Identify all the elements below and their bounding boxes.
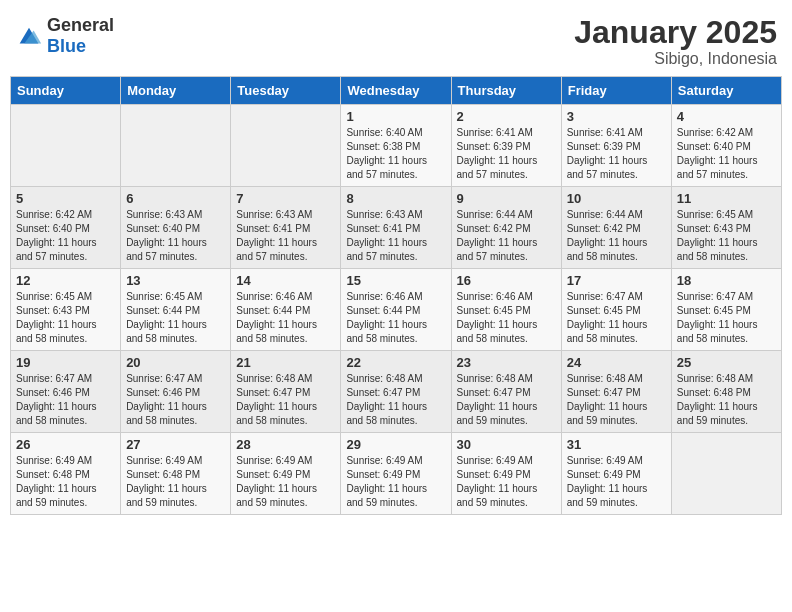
calendar-cell: 19Sunrise: 6:47 AMSunset: 6:46 PMDayligh… [11,351,121,433]
day-number: 2 [457,109,556,124]
logo-blue-text: Blue [47,36,114,57]
calendar-cell: 13Sunrise: 6:45 AMSunset: 6:44 PMDayligh… [121,269,231,351]
calendar-cell: 28Sunrise: 6:49 AMSunset: 6:49 PMDayligh… [231,433,341,515]
day-number: 30 [457,437,556,452]
day-number: 6 [126,191,225,206]
day-info: Sunrise: 6:44 AMSunset: 6:42 PMDaylight:… [457,209,538,262]
day-info: Sunrise: 6:49 AMSunset: 6:49 PMDaylight:… [457,455,538,508]
calendar-cell [121,105,231,187]
calendar-cell: 12Sunrise: 6:45 AMSunset: 6:43 PMDayligh… [11,269,121,351]
calendar-cell: 1Sunrise: 6:40 AMSunset: 6:38 PMDaylight… [341,105,451,187]
logo-text: General Blue [47,15,114,57]
day-info: Sunrise: 6:43 AMSunset: 6:41 PMDaylight:… [236,209,317,262]
day-info: Sunrise: 6:45 AMSunset: 6:43 PMDaylight:… [16,291,97,344]
day-info: Sunrise: 6:49 AMSunset: 6:49 PMDaylight:… [236,455,317,508]
calendar-cell: 18Sunrise: 6:47 AMSunset: 6:45 PMDayligh… [671,269,781,351]
weekday-header-sunday: Sunday [11,77,121,105]
day-info: Sunrise: 6:48 AMSunset: 6:47 PMDaylight:… [346,373,427,426]
calendar-cell: 16Sunrise: 6:46 AMSunset: 6:45 PMDayligh… [451,269,561,351]
day-number: 16 [457,273,556,288]
calendar-cell [231,105,341,187]
calendar-cell: 27Sunrise: 6:49 AMSunset: 6:48 PMDayligh… [121,433,231,515]
day-info: Sunrise: 6:41 AMSunset: 6:39 PMDaylight:… [567,127,648,180]
calendar-cell: 20Sunrise: 6:47 AMSunset: 6:46 PMDayligh… [121,351,231,433]
day-info: Sunrise: 6:44 AMSunset: 6:42 PMDaylight:… [567,209,648,262]
day-number: 3 [567,109,666,124]
day-number: 22 [346,355,445,370]
weekday-header-monday: Monday [121,77,231,105]
day-number: 4 [677,109,776,124]
day-info: Sunrise: 6:48 AMSunset: 6:48 PMDaylight:… [677,373,758,426]
weekday-header-wednesday: Wednesday [341,77,451,105]
calendar-week-row: 1Sunrise: 6:40 AMSunset: 6:38 PMDaylight… [11,105,782,187]
calendar-cell: 22Sunrise: 6:48 AMSunset: 6:47 PMDayligh… [341,351,451,433]
weekday-header-row: SundayMondayTuesdayWednesdayThursdayFrid… [11,77,782,105]
day-number: 24 [567,355,666,370]
calendar-cell: 26Sunrise: 6:49 AMSunset: 6:48 PMDayligh… [11,433,121,515]
day-number: 29 [346,437,445,452]
day-number: 13 [126,273,225,288]
day-info: Sunrise: 6:43 AMSunset: 6:41 PMDaylight:… [346,209,427,262]
day-number: 11 [677,191,776,206]
calendar-cell: 23Sunrise: 6:48 AMSunset: 6:47 PMDayligh… [451,351,561,433]
day-number: 25 [677,355,776,370]
day-number: 19 [16,355,115,370]
calendar-cell: 31Sunrise: 6:49 AMSunset: 6:49 PMDayligh… [561,433,671,515]
logo: General Blue [15,15,114,57]
day-info: Sunrise: 6:47 AMSunset: 6:45 PMDaylight:… [677,291,758,344]
logo-general-text: General [47,15,114,36]
day-info: Sunrise: 6:48 AMSunset: 6:47 PMDaylight:… [567,373,648,426]
calendar-cell [671,433,781,515]
day-number: 5 [16,191,115,206]
weekday-header-tuesday: Tuesday [231,77,341,105]
month-title: January 2025 [574,15,777,50]
day-number: 8 [346,191,445,206]
day-info: Sunrise: 6:46 AMSunset: 6:44 PMDaylight:… [236,291,317,344]
day-number: 1 [346,109,445,124]
day-info: Sunrise: 6:49 AMSunset: 6:49 PMDaylight:… [567,455,648,508]
calendar-cell: 11Sunrise: 6:45 AMSunset: 6:43 PMDayligh… [671,187,781,269]
logo-icon [15,23,43,51]
calendar-cell: 17Sunrise: 6:47 AMSunset: 6:45 PMDayligh… [561,269,671,351]
day-info: Sunrise: 6:45 AMSunset: 6:44 PMDaylight:… [126,291,207,344]
day-info: Sunrise: 6:41 AMSunset: 6:39 PMDaylight:… [457,127,538,180]
weekday-header-friday: Friday [561,77,671,105]
calendar-cell: 21Sunrise: 6:48 AMSunset: 6:47 PMDayligh… [231,351,341,433]
day-info: Sunrise: 6:42 AMSunset: 6:40 PMDaylight:… [16,209,97,262]
day-number: 14 [236,273,335,288]
calendar-cell: 24Sunrise: 6:48 AMSunset: 6:47 PMDayligh… [561,351,671,433]
day-number: 20 [126,355,225,370]
calendar-cell: 2Sunrise: 6:41 AMSunset: 6:39 PMDaylight… [451,105,561,187]
calendar-cell [11,105,121,187]
calendar-cell: 3Sunrise: 6:41 AMSunset: 6:39 PMDaylight… [561,105,671,187]
location: Sibigo, Indonesia [574,50,777,68]
calendar-week-row: 26Sunrise: 6:49 AMSunset: 6:48 PMDayligh… [11,433,782,515]
weekday-header-thursday: Thursday [451,77,561,105]
day-number: 31 [567,437,666,452]
calendar-week-row: 5Sunrise: 6:42 AMSunset: 6:40 PMDaylight… [11,187,782,269]
calendar-cell: 9Sunrise: 6:44 AMSunset: 6:42 PMDaylight… [451,187,561,269]
day-info: Sunrise: 6:46 AMSunset: 6:44 PMDaylight:… [346,291,427,344]
day-number: 23 [457,355,556,370]
title-section: January 2025 Sibigo, Indonesia [574,15,777,68]
calendar-cell: 14Sunrise: 6:46 AMSunset: 6:44 PMDayligh… [231,269,341,351]
day-number: 17 [567,273,666,288]
day-info: Sunrise: 6:40 AMSunset: 6:38 PMDaylight:… [346,127,427,180]
day-info: Sunrise: 6:47 AMSunset: 6:46 PMDaylight:… [126,373,207,426]
day-number: 10 [567,191,666,206]
day-number: 7 [236,191,335,206]
calendar-cell: 5Sunrise: 6:42 AMSunset: 6:40 PMDaylight… [11,187,121,269]
day-info: Sunrise: 6:48 AMSunset: 6:47 PMDaylight:… [457,373,538,426]
calendar-cell: 25Sunrise: 6:48 AMSunset: 6:48 PMDayligh… [671,351,781,433]
day-number: 28 [236,437,335,452]
day-info: Sunrise: 6:43 AMSunset: 6:40 PMDaylight:… [126,209,207,262]
day-number: 15 [346,273,445,288]
day-info: Sunrise: 6:46 AMSunset: 6:45 PMDaylight:… [457,291,538,344]
day-number: 21 [236,355,335,370]
page-header: General Blue January 2025 Sibigo, Indone… [10,10,782,68]
day-info: Sunrise: 6:49 AMSunset: 6:48 PMDaylight:… [16,455,97,508]
calendar-week-row: 12Sunrise: 6:45 AMSunset: 6:43 PMDayligh… [11,269,782,351]
day-number: 18 [677,273,776,288]
day-info: Sunrise: 6:45 AMSunset: 6:43 PMDaylight:… [677,209,758,262]
day-info: Sunrise: 6:42 AMSunset: 6:40 PMDaylight:… [677,127,758,180]
